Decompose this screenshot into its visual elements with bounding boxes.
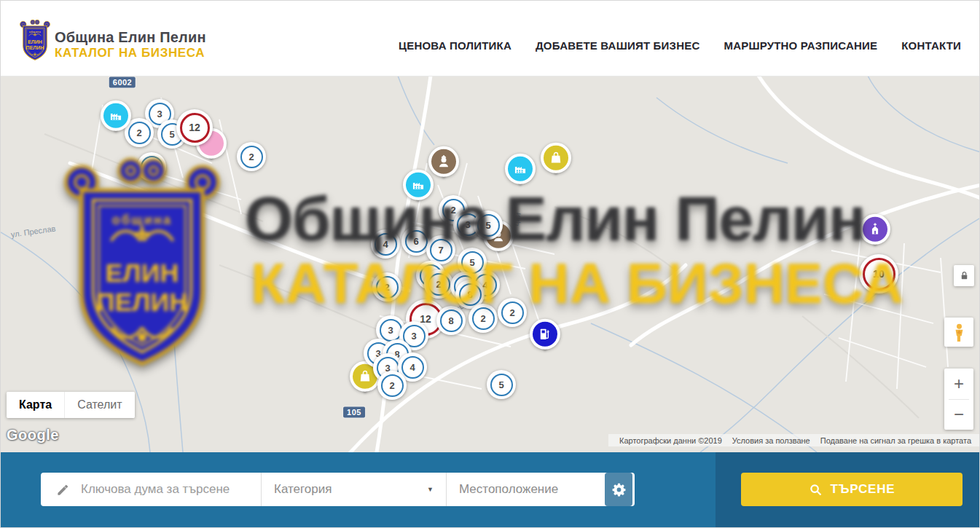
cluster-marker[interactable]: 7	[426, 235, 455, 264]
category-pin-factory[interactable]	[101, 101, 131, 131]
zoom-in-button[interactable]: +	[944, 369, 973, 399]
cluster-count: 6	[405, 230, 428, 253]
category-pin-factory[interactable]	[505, 154, 536, 184]
category-pin-fuel[interactable]	[530, 319, 560, 350]
cluster-count: 12	[180, 113, 210, 143]
zoom-out-button[interactable]: −	[944, 400, 973, 430]
chevron-down-icon: ▼	[427, 486, 434, 493]
cluster-count: 2	[141, 156, 163, 178]
keyword-input[interactable]	[79, 481, 250, 497]
magnifier-icon	[809, 483, 823, 497]
cluster-count: 2	[472, 307, 495, 330]
cluster-marker[interactable]: 12	[176, 109, 213, 146]
pin-icon-disc	[101, 101, 131, 131]
fullscreen-lock-button[interactable]	[954, 265, 974, 286]
cluster-marker[interactable]: 2	[498, 298, 527, 327]
cluster-marker[interactable]: 2	[469, 304, 498, 333]
cluster-marker[interactable]: 2	[372, 272, 401, 302]
cluster-marker[interactable]: 2	[137, 152, 166, 181]
gear-icon	[611, 482, 627, 497]
category-pin-bag[interactable]	[541, 143, 571, 173]
terms-link[interactable]: Условия за ползване	[727, 436, 815, 445]
header: Община Елин Пелин КАТАЛОГ НА БИЗНЕСА ЦЕН…	[1, 1, 979, 76]
cluster-count: 2	[240, 146, 263, 168]
cluster-count: 7	[430, 239, 452, 261]
category-dropdown[interactable]: Категория ▼	[262, 473, 447, 506]
cluster-count: 10	[863, 258, 895, 291]
google-logo[interactable]: Google	[7, 427, 59, 444]
padlock-icon	[959, 270, 970, 281]
cluster-marker[interactable]: 5	[474, 210, 503, 240]
cluster-count: 2	[128, 122, 151, 144]
cluster-count: 3	[380, 319, 402, 342]
main-nav: ЦЕНОВА ПОЛИТИКА ДОБАВЕТЕ ВАШИЯТ БИЗНЕС М…	[399, 39, 961, 52]
pin-icon-disc	[505, 154, 536, 184]
map-type-map-button[interactable]: Карта	[7, 392, 64, 418]
pegman-icon	[949, 323, 969, 342]
nav-contacts[interactable]: КОНТАКТИ	[901, 39, 961, 52]
cluster-count: 8	[459, 283, 482, 306]
cluster-count: 2	[376, 276, 399, 299]
site-subtitle: КАТАЛОГ НА БИЗНЕСА	[55, 46, 206, 60]
cluster-count: 5	[461, 251, 484, 274]
map-type-satellite-button[interactable]: Сателит	[64, 392, 134, 418]
zoom-control: + −	[944, 369, 973, 430]
marker-layer: 32512222354675422748221283338342510	[1, 76, 980, 452]
nav-route-schedule[interactable]: МАРШРУТНО РАЗПИСАНИЕ	[724, 39, 877, 52]
site-title: Община Елин Пелин	[55, 29, 206, 46]
category-pin-factory[interactable]	[403, 170, 434, 200]
keyword-field[interactable]	[41, 473, 262, 506]
map-attribution: Картографски данни ©2019 Условия за полз…	[608, 434, 980, 446]
map-canvas[interactable]: 6002105ул. Преславбул. „Новоселци“ции 32…	[1, 76, 980, 452]
category-pin-church[interactable]	[860, 214, 890, 245]
cluster-count: 5	[477, 214, 500, 237]
nav-add-your-business[interactable]: ДОБАВЕТЕ ВАШИЯТ БИЗНЕС	[536, 39, 699, 52]
cluster-marker[interactable]: 10	[859, 254, 898, 293]
category-value: Категория	[274, 482, 332, 497]
map-copyright: Картографски данни ©2019	[614, 436, 727, 445]
municipality-crest-logo	[19, 19, 51, 61]
search-submit-panel: ТЪРСЕНЕ	[716, 452, 980, 528]
cluster-marker[interactable]: 2	[424, 269, 453, 299]
pin-icon-disc	[541, 143, 571, 173]
search-fields: Категория ▼ Местоположение ▼	[41, 473, 635, 506]
cluster-count: 8	[440, 310, 463, 332]
map-type-control: Карта Сателит	[7, 392, 135, 418]
cluster-count: 2	[428, 273, 450, 296]
cluster-marker[interactable]: 4	[371, 229, 400, 259]
search-bar-panel: Категория ▼ Местоположение ▼	[1, 452, 716, 528]
search-button-label: ТЪРСЕНЕ	[831, 482, 895, 497]
pin-icon-disc	[530, 319, 560, 350]
cluster-marker[interactable]: 2	[377, 371, 407, 400]
location-value: Местоположение	[459, 482, 558, 497]
pencil-icon	[56, 483, 70, 497]
cluster-count: 2	[381, 374, 404, 397]
pin-icon-disc	[860, 214, 890, 245]
cluster-marker[interactable]: 5	[487, 370, 516, 399]
pin-icon-disc	[403, 170, 434, 200]
page: община ЕЛИН ПЕЛИН Община Елин Пелин КАТА…	[0, 0, 980, 528]
cluster-marker[interactable]: 8	[436, 306, 466, 335]
report-error-link[interactable]: Подаване на сигнал за грешка в картата	[815, 436, 976, 445]
cluster-marker[interactable]: 2	[237, 142, 266, 171]
cluster-count: 5	[490, 374, 513, 396]
street-view-pegman-button[interactable]	[944, 318, 973, 347]
cluster-count: 4	[375, 233, 397, 256]
nav-pricing-policy[interactable]: ЦЕНОВА ПОЛИТИКА	[399, 39, 511, 52]
cluster-count: 2	[501, 302, 524, 324]
search-button[interactable]: ТЪРСЕНЕ	[741, 473, 963, 506]
cluster-count: 4	[401, 356, 424, 379]
advanced-settings-button[interactable]	[605, 473, 632, 506]
